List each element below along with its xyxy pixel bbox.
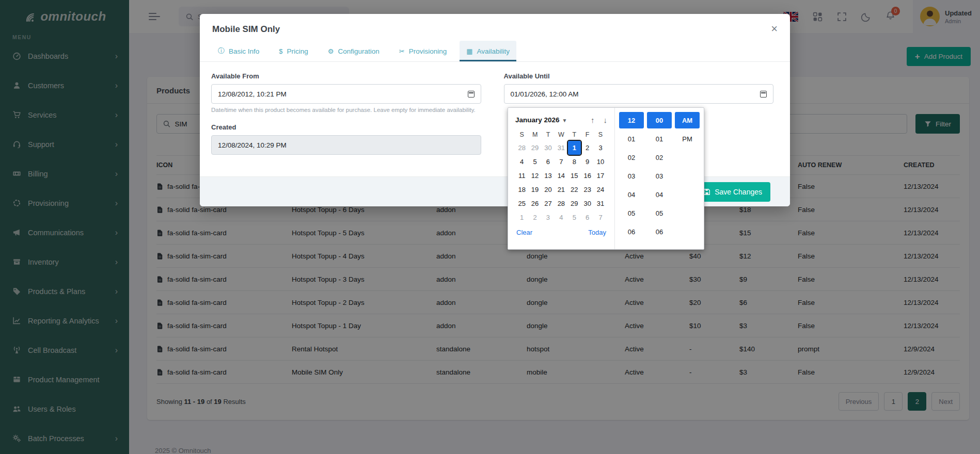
weekday-header-row: SMTWTFS	[515, 126, 607, 141]
hour-list: 12010203040506	[619, 112, 644, 245]
calendar-day[interactable]: 19	[528, 183, 541, 197]
tab-label: Availability	[477, 47, 510, 55]
tab-configuration[interactable]: ⚙Configuration	[321, 41, 386, 61]
calendar-day[interactable]: 24	[594, 183, 607, 197]
calendar-day[interactable]: 2	[581, 141, 594, 155]
picker-clear-link[interactable]: Clear	[516, 229, 532, 236]
minute-option[interactable]: 02	[647, 149, 672, 166]
tab-provisioning[interactable]: ✂Provisioning	[392, 41, 453, 61]
minute-option[interactable]: 06	[647, 223, 672, 240]
calendar-day[interactable]: 29	[528, 141, 541, 155]
calendar-day[interactable]: 17	[594, 169, 607, 183]
available-until-input[interactable]: 01/01/2026, 12:00 AM	[504, 84, 774, 104]
calendar-day[interactable]: 29	[568, 197, 581, 210]
weekday-label: M	[528, 128, 541, 141]
calendar-day[interactable]: 2	[528, 210, 541, 224]
calendar-day[interactable]: 11	[515, 169, 528, 183]
calendar-day[interactable]: 15	[568, 169, 581, 183]
minute-list: 00010203040506	[647, 112, 672, 245]
calendar-icon[interactable]	[468, 91, 475, 98]
calendar-day[interactable]: 4	[555, 210, 567, 224]
tab-pricing[interactable]: $Pricing	[272, 41, 315, 61]
hour-option[interactable]: 04	[619, 186, 644, 203]
tab-label: Pricing	[287, 47, 308, 55]
created-label: Created	[211, 123, 481, 131]
tools-icon: ✂	[399, 47, 405, 55]
calendar-day[interactable]: 30	[542, 141, 555, 155]
calendar-day[interactable]: 22	[568, 183, 581, 197]
calendar-day[interactable]: 31	[555, 141, 567, 155]
calendar-day[interactable]: 4	[515, 155, 528, 169]
hour-option[interactable]: 06	[619, 223, 644, 240]
tab-basic-info[interactable]: ⓘBasic Info	[211, 41, 266, 61]
calendar-day[interactable]: 7	[594, 210, 607, 224]
calendar-day[interactable]: 14	[555, 169, 567, 183]
calendar-day[interactable]: 1	[515, 210, 528, 224]
calendar-day[interactable]: 31	[594, 197, 607, 210]
available-until-label: Available Until	[504, 72, 774, 80]
hour-option-selected[interactable]: 12	[619, 112, 644, 128]
weekday-label: T	[542, 128, 555, 141]
calendar-day[interactable]: 5	[568, 210, 581, 224]
calendar-day[interactable]: 5	[528, 155, 541, 169]
meridiem-list: AMPM	[675, 112, 700, 245]
minute-option[interactable]: 04	[647, 186, 672, 203]
calendar-day[interactable]: 18	[515, 183, 528, 197]
calendar-day[interactable]: 30	[581, 197, 594, 210]
calendar-day[interactable]: 23	[581, 183, 594, 197]
calendar-day[interactable]: 3	[542, 210, 555, 224]
hour-option[interactable]: 03	[619, 168, 644, 184]
save-changes-button[interactable]: Save Changes	[695, 182, 770, 202]
calendar-day[interactable]: 16	[581, 169, 594, 183]
meridiem-option[interactable]: PM	[675, 131, 700, 147]
available-from-label: Available From	[211, 72, 481, 80]
calendar-day[interactable]: 6	[542, 155, 555, 169]
calendar-day[interactable]: 7	[555, 155, 567, 169]
tab-availability[interactable]: ▦Availability	[460, 41, 516, 61]
calendar-day[interactable]: 25	[515, 197, 528, 210]
calendar-day-grid: 2829303112345678910111213141516171819202…	[515, 141, 607, 224]
calendar-day[interactable]: 26	[528, 197, 541, 210]
calendar-day[interactable]: 3	[594, 141, 607, 155]
hour-option[interactable]: 02	[619, 149, 644, 166]
calendar-day-selected[interactable]: 1	[568, 141, 581, 155]
calendar-day[interactable]: 27	[542, 197, 555, 210]
created-input: 12/08/2024, 10:29 PM	[211, 135, 481, 155]
close-icon[interactable]: ×	[771, 24, 778, 34]
tab-label: Configuration	[338, 47, 379, 55]
previous-month-arrow-icon[interactable]: ↑	[591, 116, 595, 124]
weekday-label: S	[515, 128, 528, 141]
weekday-label: S	[594, 128, 607, 141]
tab-label: Provisioning	[409, 47, 447, 55]
month-selector[interactable]: January 2026▼	[515, 116, 567, 124]
calendar-day[interactable]: 6	[581, 210, 594, 224]
hour-option[interactable]: 01	[619, 131, 644, 147]
chevron-down-icon: ▼	[562, 118, 567, 123]
minute-option-selected[interactable]: 00	[647, 112, 672, 128]
minute-option[interactable]: 03	[647, 168, 672, 184]
calendar-day[interactable]: 10	[594, 155, 607, 169]
calendar-day[interactable]: 13	[542, 169, 555, 183]
calendar-day[interactable]: 20	[542, 183, 555, 197]
picker-today-link[interactable]: Today	[588, 229, 606, 236]
info-icon: ⓘ	[218, 46, 225, 56]
calendar-icon[interactable]	[760, 91, 767, 98]
app-root: omnitouch MENU Dashboards›Customers›Serv…	[0, 0, 980, 454]
calendar-day[interactable]: 9	[581, 155, 594, 169]
weekday-label: T	[568, 128, 581, 141]
minute-option[interactable]: 05	[647, 205, 672, 221]
next-month-arrow-icon[interactable]: ↓	[604, 116, 608, 124]
calendar-day[interactable]: 28	[555, 197, 567, 210]
calendar-day[interactable]: 12	[528, 169, 541, 183]
meridiem-option-selected[interactable]: AM	[675, 112, 700, 128]
tab-label: Basic Info	[229, 47, 259, 55]
available-from-helper: Date/time when this product becomes avai…	[211, 107, 481, 113]
calendar-day[interactable]: 21	[555, 183, 567, 197]
dollar-icon: $	[279, 47, 282, 55]
available-from-input[interactable]: 12/08/2012, 10:21 PM	[211, 84, 481, 104]
minute-option[interactable]: 01	[647, 131, 672, 147]
hour-option[interactable]: 05	[619, 205, 644, 221]
datetime-picker-popup: January 2026▼ ↑ ↓ SMTWTFS 28293031123456…	[508, 107, 704, 250]
calendar-day[interactable]: 28	[515, 141, 528, 155]
calendar-day[interactable]: 8	[568, 155, 581, 169]
